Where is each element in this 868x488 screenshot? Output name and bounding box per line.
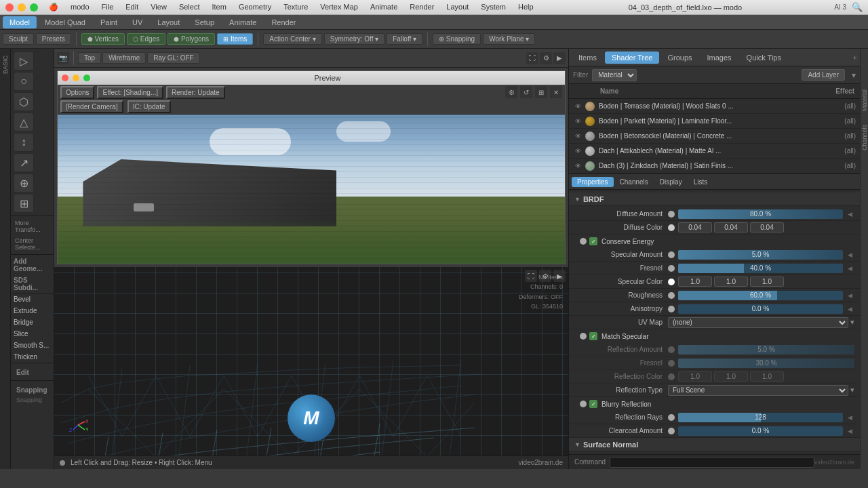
preview-icon2[interactable]: ↺ (520, 86, 532, 98)
tab-items[interactable]: Items (572, 52, 604, 64)
bevel-tool[interactable]: Bevel (11, 293, 54, 305)
render-mode-button[interactable]: Wireframe (102, 52, 146, 64)
reflection-amount-dot[interactable] (668, 346, 675, 353)
tab-quick-tips[interactable]: Quick Tips (740, 52, 788, 64)
filter-dropdown-icon[interactable]: ▾ (852, 70, 856, 80)
menu-texture[interactable]: Texture (278, 3, 313, 12)
reflection-color-g[interactable] (714, 371, 748, 382)
viewport-settings-icon[interactable]: ⚙ (540, 52, 552, 64)
roughness-dot[interactable] (668, 292, 675, 299)
match-specular-dot[interactable] (580, 333, 587, 340)
menu-system[interactable]: System (475, 3, 511, 12)
tab-render[interactable]: Render (264, 16, 302, 28)
clearcoat-amount-dot[interactable] (668, 428, 675, 434)
reflection-color-r[interactable] (678, 371, 712, 382)
menu-view[interactable]: View (145, 3, 172, 12)
tool-extra2[interactable]: ⊞ (14, 194, 34, 213)
reflection-rays-slider[interactable]: 128 (678, 413, 843, 422)
items-button[interactable]: ⊞ Items (217, 33, 253, 45)
bridge-tool[interactable]: Bridge (11, 317, 54, 328)
action-center-button[interactable]: Action Center ▾ (263, 33, 321, 45)
add-tab-button[interactable]: + (853, 54, 857, 62)
thicken-tool[interactable]: Thicken (11, 351, 54, 363)
render-camera-button[interactable]: [Render Camera] (60, 100, 123, 113)
preview-minimize[interactable] (73, 75, 79, 81)
specular-amount-slider[interactable]: 5.0 % (678, 250, 843, 260)
specular-color-g[interactable] (714, 277, 748, 287)
eye-icon-5[interactable]: 👁 (573, 161, 583, 171)
tool-rotate[interactable]: △ (14, 113, 34, 131)
smooth-tool[interactable]: Smooth S... (11, 340, 54, 351)
shader-row[interactable]: 👁 Dach | Attikablech (Material) | Matte … (569, 144, 860, 159)
eye-icon-3[interactable]: 👁 (573, 131, 583, 141)
tool-move[interactable]: ↕ (14, 133, 34, 152)
preview-icon1[interactable]: ⚙ (505, 86, 517, 98)
diffuse-amount-reset[interactable]: ◀ (845, 209, 854, 219)
clearcoat-reset[interactable]: ◀ (845, 426, 854, 436)
fresnel-refl-slider[interactable]: 30.0 % (678, 359, 854, 368)
preview-close[interactable] (62, 75, 68, 81)
tab-setup[interactable]: Setup (188, 16, 221, 28)
center-select[interactable]: Center Selecte... (12, 235, 52, 253)
minimize-button[interactable] (18, 3, 26, 12)
viewport-camera-icon[interactable]: 📷 (57, 52, 69, 64)
viewport-arrow-icon[interactable]: ▶ (553, 52, 566, 64)
eye-icon-1[interactable]: 👁 (573, 102, 583, 111)
reflection-type-select[interactable]: Full Scene (668, 385, 848, 396)
fresnel-refl-dot[interactable] (668, 360, 675, 367)
clearcoat-amount-slider[interactable]: 0.0 % (678, 426, 843, 436)
edges-button[interactable]: ⬡ Edges (127, 33, 165, 45)
tab-images[interactable]: Images (701, 52, 738, 64)
viewport-maximize-icon[interactable]: ⛶ (526, 52, 538, 64)
menu-item[interactable]: Item (206, 3, 231, 12)
prop-tab-channels[interactable]: Channels (614, 177, 654, 187)
conserve-energy-checkbox[interactable]: ✓ (589, 237, 597, 245)
diffuse-color-r[interactable] (678, 222, 712, 232)
work-plane-button[interactable]: Work Plane ▾ (483, 33, 535, 45)
symmetry-button[interactable]: Symmetry: Off ▾ (324, 33, 385, 45)
preview-icon3[interactable]: ⊞ (535, 86, 547, 98)
conserve-check-dot[interactable] (580, 238, 587, 245)
specular-amount-reset[interactable]: ◀ (845, 250, 854, 260)
tool-select[interactable]: ▷ (14, 52, 34, 70)
extrude-tool[interactable]: Extrude (11, 305, 54, 317)
tab-shader-tree[interactable]: Shader Tree (605, 52, 660, 64)
fresnel-reset[interactable]: ◀ (845, 264, 854, 273)
ic-update-button[interactable]: IC: Update (127, 100, 171, 113)
prop-tab-display[interactable]: Display (654, 177, 688, 187)
specular-color-b[interactable] (750, 277, 784, 287)
ray-gl-button[interactable]: Ray GL: OFF (147, 52, 199, 64)
shader-row[interactable]: 👁 Boden | Betonsockel (Material) | Concr… (569, 129, 860, 144)
menu-apple[interactable]: 🍎 (43, 3, 64, 12)
uv-map-select[interactable]: (none) (668, 317, 848, 328)
reflection-color-dot[interactable] (668, 373, 675, 380)
diffuse-amount-slider[interactable]: 80.0 % (678, 209, 843, 219)
menu-render[interactable]: Render (404, 3, 439, 12)
match-specular-checkbox[interactable]: ✓ (589, 332, 597, 340)
menu-edit[interactable]: Edit (120, 3, 144, 12)
tool-extra1[interactable]: ⊕ (14, 174, 34, 192)
tab-uv[interactable]: UV (125, 16, 149, 28)
anisotropy-dot[interactable] (668, 306, 675, 312)
command-input[interactable] (610, 457, 814, 468)
polygons-button[interactable]: ⬢ Polygons (167, 33, 215, 45)
tab-model-quad[interactable]: Model Quad (38, 16, 92, 28)
diffuse-color-dot[interactable] (668, 224, 675, 231)
menu-animate[interactable]: Animate (365, 3, 403, 12)
uv-map-dropdown-icon[interactable]: ▾ (850, 318, 854, 327)
diffuse-color-g[interactable] (714, 222, 748, 232)
snapping-button[interactable]: ⊕ Snapping (433, 33, 481, 45)
effect-button[interactable]: Effect: [Shading...] (97, 86, 163, 99)
fresnel-slider[interactable]: 40.0 % (678, 264, 843, 273)
vertices-button[interactable]: ⬟ Vertices (81, 33, 125, 45)
specular-color-r[interactable] (678, 277, 712, 287)
reflection-rays-reset[interactable]: ◀ (845, 413, 854, 422)
shader-row[interactable]: 👁 Boden | Terrasse (Material) | Wood Sla… (569, 99, 860, 114)
tab-model[interactable]: Model (3, 16, 37, 28)
diffuse-color-b[interactable] (750, 222, 784, 232)
specular-amount-dot[interactable] (668, 251, 675, 258)
maximize-button[interactable] (30, 3, 38, 12)
more-transform[interactable]: More Transfo... (12, 218, 52, 235)
reflection-color-b[interactable] (750, 371, 784, 382)
options-button[interactable]: Options (60, 86, 94, 99)
